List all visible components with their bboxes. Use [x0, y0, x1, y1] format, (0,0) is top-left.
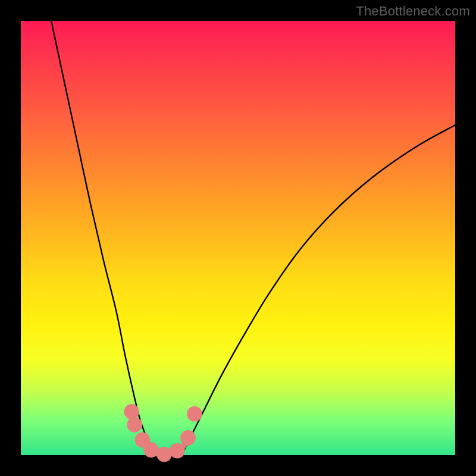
marker-7: [187, 406, 202, 422]
marker-6: [180, 430, 196, 446]
series-layer: [51, 21, 455, 455]
chart-frame: TheBottleneck.com: [0, 0, 476, 476]
plot-area: [21, 21, 455, 455]
series-right-branch: [181, 125, 455, 455]
marker-5: [170, 443, 185, 459]
watermark-text: TheBottleneck.com: [356, 4, 470, 19]
marker-3: [143, 442, 159, 458]
series-left-branch: [51, 21, 155, 455]
marker-0: [124, 404, 139, 419]
marker-1: [127, 417, 142, 433]
chart-svg: [21, 21, 455, 455]
marker-4: [156, 447, 172, 462]
marker-layer: [124, 404, 202, 462]
